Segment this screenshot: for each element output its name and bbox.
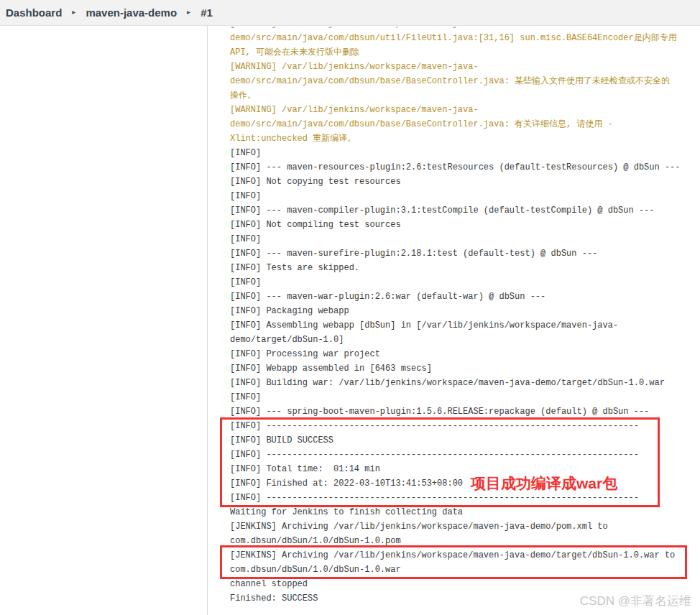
console-line: [INFO] Tests are skipped.	[230, 261, 700, 275]
console-line: com.dbsun/dbSun/1.0/dbSun-1.0.pom	[230, 534, 700, 548]
console-line: [INFO]	[230, 232, 700, 246]
breadcrumb-item-job[interactable]: maven-java-demo	[86, 6, 177, 19]
console-line: [INFO] ---------------------------------…	[230, 448, 700, 462]
console-line: [INFO]	[230, 390, 700, 404]
console-line: [INFO] ---------------------------------…	[230, 491, 700, 505]
console-line: demo/src/main/java/com/dbsun/base/BaseCo…	[230, 117, 700, 131]
console-line: [INFO] --- maven-surefire-plugin:2.18.1:…	[230, 246, 700, 261]
jenkins-console-page: Dashboard ▸ maven-java-demo ▸ #1 [WARNIN…	[0, 0, 700, 615]
build-success-annotation: 项目成功编译成war包	[471, 473, 617, 494]
console-line: [WARNING] /var/lib/jenkins/workspace/mav…	[230, 103, 700, 117]
console-line: demo/target/dbSun-1.0]	[230, 333, 700, 347]
console-line: [INFO]	[230, 146, 700, 160]
console-line: [INFO] Total time: 01:14 min	[230, 462, 700, 476]
console-line: [INFO] Webapp assembled in [6463 msecs]	[230, 361, 700, 376]
console-line: [INFO] ---------------------------------…	[230, 419, 700, 433]
console-line: channel stopped	[230, 577, 700, 591]
chevron-right-icon: ▸	[72, 8, 75, 16]
console-line: demo/src/main/java/com/dbsun/base/BaseCo…	[230, 74, 700, 88]
left-panel	[0, 26, 208, 615]
console-line: [INFO] --- maven-resources-plugin:2.6:te…	[230, 160, 700, 175]
console-line: [INFO] BUILD SUCCESS	[230, 433, 700, 448]
console-line: [INFO]	[230, 189, 700, 203]
console-line: com.dbsun/dbSun/1.0/dbSun-1.0.war	[230, 563, 700, 577]
console-line: [JENKINS] Archiving /var/lib/jenkins/wor…	[230, 519, 700, 534]
console-line: [INFO] --- spring-boot-maven-plugin:1.5.…	[230, 404, 700, 419]
breadcrumb-item-dashboard[interactable]: Dashboard	[6, 6, 62, 19]
chevron-right-icon: ▸	[187, 8, 190, 16]
console-line: 操作。	[230, 88, 700, 103]
breadcrumb-item-build-number[interactable]: #1	[201, 6, 213, 19]
console-line: [INFO] Finished at: 2022-03-10T13:41:53+…	[230, 476, 700, 491]
console-line: [INFO] Not compiling test sources	[230, 218, 700, 232]
console-line: [INFO] Packaging webapp	[230, 304, 700, 318]
breadcrumb: Dashboard ▸ maven-java-demo ▸ #1	[0, 0, 700, 26]
console-line: [INFO] Assembling webapp [dbSun] in [/va…	[230, 318, 700, 333]
console-line: Xlint:unchecked 重新编译。	[230, 131, 700, 146]
console-line: demo/src/main/java/com/dbsun/util/FileUt…	[230, 31, 700, 45]
console-line: [INFO] Not copying test resources	[230, 175, 700, 189]
console-line: [INFO] --- maven-war-plugin:2.6:war (def…	[230, 290, 700, 304]
console-line: [INFO] Processing war project	[230, 347, 700, 361]
console-output: [WARNING] /var/lib/jenkins/workspace/mav…	[208, 27, 700, 615]
console-line: API, 可能会在未来发行版中删除	[230, 45, 700, 60]
console-line: [INFO] --- maven-compiler-plugin:3.1:tes…	[230, 203, 700, 218]
console-line: [INFO]	[230, 275, 700, 290]
console-line: [INFO] Building war: /var/lib/jenkins/wo…	[230, 376, 700, 390]
csdn-watermark: CSDN @非著名运维	[580, 593, 691, 609]
console-line: Waiting for Jenkins to finish collecting…	[230, 505, 700, 519]
console-line: [JENKINS] Archiving /var/lib/jenkins/wor…	[230, 548, 700, 563]
console-line: [WARNING] /var/lib/jenkins/workspace/mav…	[230, 60, 700, 74]
